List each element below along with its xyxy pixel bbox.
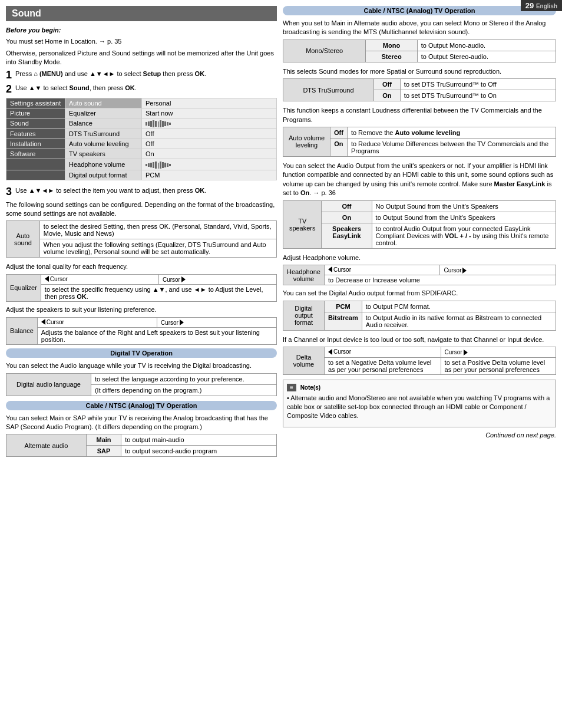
alternate-main-desc: to output main-audio [121,434,277,446]
delta-volume-table: Delta volume Cursor Cursor to set a Nega… [283,347,556,375]
nav-installation: Installation [6,139,65,149]
settings-row-installation: Installation Auto volume leveling Off [6,139,277,149]
settings-row-sound: Sound Balance | [6,118,277,129]
nav-sound: Sound [6,118,65,129]
step-1: 1 Press ⌂ (MENU) and use ▲▼◄► to select … [6,70,277,80]
value-dts: Off [142,129,277,139]
settings-row-headphone: Headphone volume | [6,159,277,170]
step-1-text: Press ⌂ (MENU) and use ▲▼◄► to select Se… [15,70,206,77]
settings-row-features: Features DTS TruSurround Off [6,129,277,139]
headphone-cursor-right: Cursor [440,265,556,275]
step-2: 2 Use ▲▼ to select Sound, then press OK. [6,84,277,94]
digital-tv-intro: You can select the Audio language while … [6,361,277,370]
settings-row-picture: Picture Equalizer Start now [6,108,277,118]
equalizer-cursor-left: Cursor [41,274,158,285]
balance-bar: | [146,120,171,127]
delta-desc-right: to set a Positive Delta volume level as … [441,357,556,374]
digital-audio-desc1: to select the language according to your… [91,373,276,384]
settings-nav-header: Settings assistant [6,98,65,108]
digital-audio-table: Digital audio language to select the lan… [6,373,277,396]
tv-easylink-desc: to control Audio Output from your connec… [372,223,556,248]
item-auto-vol: Auto volume leveling [65,139,142,149]
mono-stereo-table: Mono/Stereo Mono to Output Mono-audio. S… [283,39,556,62]
headphone-table: Headphone volume Cursor Cursor to Decrea… [283,265,556,286]
value-tv-speakers: On [142,149,277,159]
equalizer-intro: Adjust the tonal quality for each freque… [6,262,277,271]
auto-sound-desc1: to select the desired Setting, then pres… [39,221,276,239]
page-language: English [536,3,557,9]
step-3: 3 Use ▲▼◄► to select the item you want t… [6,186,277,197]
balance-cursor-right: Cursor [157,317,276,328]
dts-on-key: On [374,90,401,101]
headphone-desc: to Decrease or Increase volume [325,275,556,285]
value-start-now: Start now [142,108,277,118]
balance-intro: Adjust the speakers to suit your listeni… [6,305,277,314]
setup-note: You must set Home in Location. → p. 35 [6,37,277,46]
auto-sound-desc2: When you adjust the following settings (… [39,239,276,258]
balance-desc: Adjusts the balance of the Right and Lef… [37,328,276,345]
auto-sound-label: Auto sound [6,221,40,258]
auto-volume-table: Auto volume leveling Off to Remove the A… [283,127,556,157]
digital-audio-desc2: (It differs depending on the program.) [91,384,276,396]
tv-off-desc: No Output Sound from the Unit's Speakers [372,200,556,212]
settings-row-software: Software TV speakers On [6,149,277,159]
digital-output-table: Digital output format PCM to Output PCM … [283,301,556,331]
note-text: • Alternate audio and Mono/Stereo are no… [287,394,552,421]
auto-sound-table: Auto sound to select the desired Setting… [6,220,277,258]
headphone-vol-label: Headphone volume [283,265,325,285]
tv-speakers-label: TV speakers [283,200,322,248]
delta-cursor-left: Cursor [325,347,441,358]
delta-volume-label: Delta volume [283,347,325,375]
tv-on-desc: to Output Sound from the Unit's Speakers [372,212,556,223]
delta-desc-left: to set a Negative Delta volume level as … [325,357,441,374]
headphone-bar: | [146,162,171,169]
tv-on-key: On [322,212,372,223]
equalizer-label: Equalizer [6,274,41,302]
auto-vol-on-desc: to Reduce Volume Differences between the… [347,138,556,156]
step-1-number: 1 [6,70,12,80]
note-label: Note(s) [300,384,320,391]
nav-empty-2 [6,170,65,180]
value-auto-vol: Off [142,139,277,149]
item-dts: DTS TruSurround [65,129,142,139]
alternate-main-key: Main [86,434,121,446]
left-column: Sound Before you begin: You must set Hom… [6,6,277,722]
tv-speakers-intro: You can select the Audio Output from the… [283,162,556,198]
before-begin-label: Before you begin: [6,26,277,35]
alternate-audio-label: Alternate audio [6,434,87,457]
auto-vol-on-key: On [330,138,348,156]
mono-desc: to Output Mono-audio. [417,39,556,51]
dts-label: DTS TruSurround [283,79,374,101]
item-tv-speakers: TV speakers [65,149,142,159]
delta-cursor-right: Cursor [441,347,556,358]
nav-picture: Picture [6,108,65,118]
note-header: ≡ Note(s) [287,384,552,391]
item-balance: Balance [65,118,142,129]
item-equalizer: Equalizer [65,108,142,118]
tv-speakers-table: TV speakers Off No Output Sound from the… [283,200,556,249]
auto-volume-intro: This function keeps a constant Loudness … [283,106,556,124]
mono-stereo-label: Mono/Stereo [283,39,366,62]
settings-row-digital: Digital output format PCM [6,170,277,180]
step-3-number: 3 [6,186,12,197]
equalizer-table: Equalizer Cursor Cursor to select the sp… [6,274,277,302]
settings-table: Settings assistant Auto sound Personal P… [6,98,277,180]
pcm-key: PCM [325,301,362,312]
note-icon: ≡ [287,384,296,391]
dts-off-desc: to set DTS TruSurround™ to Off [400,79,556,90]
equalizer-desc: to select the specific frequency using ▲… [41,285,276,302]
dts-table: DTS TruSurround Off to set DTS TruSurrou… [283,78,556,101]
value-balance-bar: | [142,118,277,129]
digital-audio-label: Digital audio language [6,373,91,396]
page-number: 29 [525,1,534,10]
rc-cable-banner: Cable / NTSC (Analog) TV Operation [283,6,556,15]
cable-banner-1: Cable / NTSC (Analog) TV Operation [6,401,277,410]
step-3-note: The following sound settings can be conf… [6,200,277,219]
nav-empty-1 [6,159,65,170]
alternate-audio-table: Alternate audio Main to output main-audi… [6,434,277,457]
step-2-number: 2 [6,84,12,94]
balance-label: Balance [6,317,38,345]
cable-intro: You can select Main or SAP while your TV… [6,414,277,432]
settings-personal-header: Personal [142,98,277,108]
digital-output-intro: You can set the Digital Audio output for… [283,289,556,298]
